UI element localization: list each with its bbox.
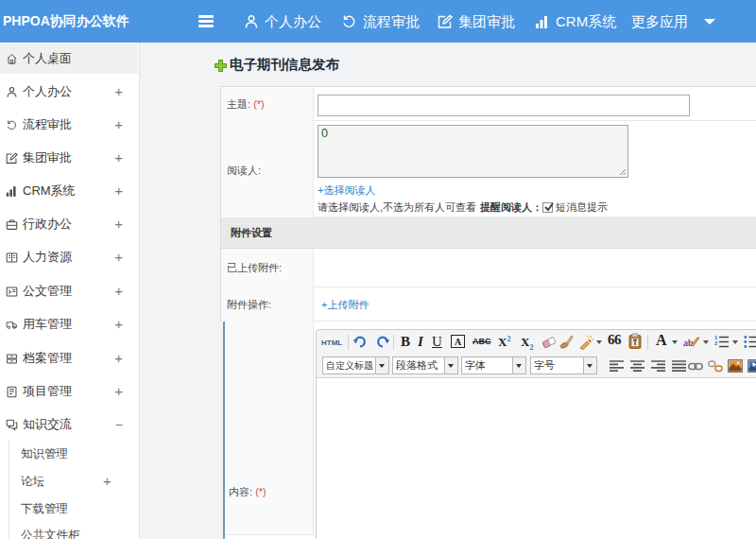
svg-text:2: 2 <box>714 340 718 346</box>
svg-text:ab: ab <box>683 338 694 348</box>
